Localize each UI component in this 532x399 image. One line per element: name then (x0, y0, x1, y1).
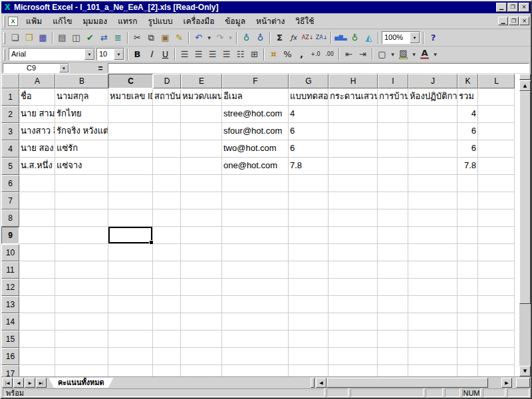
cell-H1[interactable]: กระดานเสวนา: (329, 88, 378, 106)
fill-color-dropdown-button[interactable]: ▼ (410, 48, 418, 61)
cell-C13[interactable] (108, 296, 153, 313)
cell-J10[interactable] (408, 244, 458, 261)
scroll-down-icon[interactable]: ▼ (519, 366, 531, 376)
sheet-tab[interactable]: คะแนนทั้งหมด (49, 378, 114, 388)
cell-L9[interactable] (478, 227, 515, 244)
cell-K1[interactable]: รวม (458, 88, 478, 106)
print-button[interactable]: ▤ (55, 31, 69, 45)
cut-button[interactable]: ✂ (130, 31, 144, 45)
decrease-decimal-button[interactable]: .00 (323, 48, 336, 61)
horizontal-scroll-thumb[interactable] (327, 378, 488, 388)
cell-I16[interactable] (378, 348, 408, 365)
toolbar-drag-handle[interactable] (3, 15, 5, 27)
cell-L15[interactable] (478, 331, 515, 348)
drawing-button[interactable]: ◭ (362, 31, 376, 45)
cell-D9[interactable] (153, 227, 181, 244)
column-header-F[interactable]: F (222, 74, 289, 88)
book-button[interactable]: ≣ (111, 31, 125, 45)
menu-insert[interactable]: แทรก (112, 13, 142, 29)
cell-E1[interactable]: หมวด/แผนก (181, 88, 222, 106)
menu-view[interactable]: มุมมอง (77, 13, 112, 29)
cell-A14[interactable] (19, 313, 55, 331)
cell-E9[interactable] (181, 227, 222, 244)
cell-H13[interactable] (329, 296, 378, 313)
cell-J11[interactable] (408, 261, 458, 279)
cell-K12[interactable] (458, 279, 478, 296)
cell-H9[interactable] (329, 227, 378, 244)
cell-G2[interactable]: 4 (289, 106, 329, 123)
row-header-8[interactable]: 8 (1, 209, 19, 227)
cell-B8[interactable] (55, 209, 108, 227)
scroll-up-icon[interactable]: ▲ (519, 80, 531, 91)
cell-C3[interactable] (108, 123, 153, 140)
cell-B7[interactable] (55, 192, 108, 209)
cell-D16[interactable] (153, 348, 181, 365)
map-button[interactable]: ♁ (348, 31, 362, 45)
cell-A10[interactable] (19, 244, 55, 261)
cell-L4[interactable] (478, 140, 515, 158)
restore-button[interactable]: ❐ (507, 3, 518, 12)
toolbar-drag-handle[interactable] (3, 49, 5, 61)
formula-input[interactable] (108, 63, 529, 73)
vertical-split-handle[interactable] (519, 74, 531, 80)
cell-L12[interactable] (478, 279, 515, 296)
cell-G15[interactable] (289, 331, 329, 348)
cell-C8[interactable] (108, 209, 153, 227)
close-button[interactable]: × (519, 3, 529, 12)
row-header-17[interactable]: 17 (1, 365, 19, 376)
cell-F3[interactable]: sfour@hot.com (222, 123, 289, 140)
cell-G17[interactable] (289, 365, 329, 376)
cell-I1[interactable]: การบ้าน: (378, 88, 408, 106)
scroll-right-icon[interactable]: ▶ (501, 378, 512, 388)
cell-G1[interactable]: แบบทดสอบ: (289, 88, 329, 106)
cell-J12[interactable] (408, 279, 458, 296)
open-button[interactable]: ❒ (22, 31, 36, 45)
cell-B16[interactable] (55, 348, 108, 365)
chevron-down-icon[interactable]: ▼ (84, 49, 94, 60)
row-header-9[interactable]: 9 (1, 227, 19, 244)
decrease-indent-button[interactable]: ⇤ (342, 48, 356, 61)
save-button[interactable]: ▦ (36, 31, 50, 45)
cell-I7[interactable] (378, 192, 408, 209)
cell-J6[interactable] (408, 175, 458, 192)
cell-E3[interactable] (181, 123, 222, 140)
cell-C17[interactable] (108, 365, 153, 376)
cell-E6[interactable] (181, 175, 222, 192)
menu-data[interactable]: ข้อมูล (219, 13, 251, 29)
menu-help[interactable]: วิธีใช้ (290, 13, 319, 29)
cell-K17[interactable] (458, 365, 478, 376)
cell-I5[interactable] (378, 158, 408, 175)
cell-E2[interactable] (181, 106, 222, 123)
cell-I17[interactable] (378, 365, 408, 376)
cell-H15[interactable] (329, 331, 378, 348)
row-header-3[interactable]: 3 (1, 123, 19, 140)
row-header-1[interactable]: 1 (1, 88, 19, 106)
cell-I15[interactable] (378, 331, 408, 348)
row-header-16[interactable]: 16 (1, 348, 19, 365)
cell-E4[interactable] (181, 140, 222, 158)
cell-D6[interactable] (153, 175, 181, 192)
cell-B10[interactable] (55, 244, 108, 261)
font-color-dropdown-button[interactable]: ▼ (432, 48, 439, 61)
column-header-H[interactable]: H (329, 74, 378, 88)
selected-cell[interactable] (108, 227, 153, 244)
cell-L6[interactable] (478, 175, 515, 192)
cell-F15[interactable] (222, 331, 289, 348)
chevron-down-icon[interactable]: ▼ (59, 64, 68, 72)
cell-L17[interactable] (478, 365, 515, 376)
row-header-14[interactable]: 14 (1, 313, 19, 331)
web-toolbar-button[interactable]: ♁ (253, 31, 267, 45)
print-preview-button[interactable]: ◫ (69, 31, 83, 45)
cell-K7[interactable] (458, 192, 478, 209)
merge-and-center-button[interactable]: ⊞ (247, 48, 261, 61)
horizontal-scroll-track[interactable] (488, 378, 501, 388)
cell-K2[interactable]: 4 (458, 106, 478, 123)
cell-H6[interactable] (329, 175, 378, 192)
cell-F4[interactable]: two@hot.com (222, 140, 289, 158)
cell-I12[interactable] (378, 279, 408, 296)
cell-E17[interactable] (181, 365, 222, 376)
undo-dropdown-button[interactable]: ▼ (205, 31, 213, 45)
justify-button[interactable]: ☰ (219, 48, 233, 61)
cell-J9[interactable] (408, 227, 458, 244)
cell-I9[interactable] (378, 227, 408, 244)
